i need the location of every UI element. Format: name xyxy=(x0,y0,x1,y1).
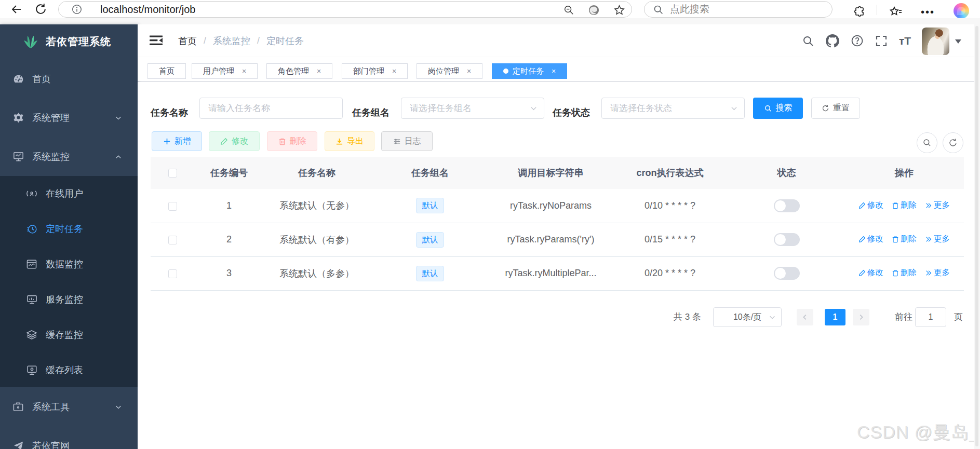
page-size-select[interactable]: 10条/页 xyxy=(713,307,782,327)
row-more-link[interactable]: 更多 xyxy=(925,267,950,278)
status-toggle[interactable] xyxy=(774,199,800,212)
sidebar-item-label: 定时任务 xyxy=(46,223,83,235)
sidebar-item-scheduled-jobs[interactable]: 定时任务 xyxy=(0,211,138,247)
sidebar-item-online-users[interactable]: 在线用户 xyxy=(0,176,138,211)
tab-role-mgmt[interactable]: 角色管理× xyxy=(266,63,332,79)
copilot-icon[interactable] xyxy=(954,3,969,19)
sidebar-item-label: 首页 xyxy=(32,73,51,85)
caret-down-icon xyxy=(955,39,962,44)
delete-button[interactable]: 删除 xyxy=(267,131,317,151)
row-more-link[interactable]: 更多 xyxy=(925,234,950,244)
sidebar-item-data-monitor[interactable]: 数据监控 xyxy=(0,247,138,282)
select-all-checkbox[interactable] xyxy=(168,169,177,178)
browser-address-bar[interactable]: localhost/monitor/job xyxy=(58,1,632,18)
sidebar-item-cache-monitor[interactable]: 缓存监控 xyxy=(0,317,138,352)
page-size-value: 10条/页 xyxy=(733,312,761,323)
avatar[interactable] xyxy=(922,28,949,55)
pagination-total: 共 3 条 xyxy=(674,307,701,327)
export-button[interactable]: 导出 xyxy=(325,131,374,151)
tab-dept-mgmt[interactable]: 部门管理× xyxy=(342,63,408,79)
fullscreen-icon[interactable] xyxy=(875,35,888,47)
tab-scheduled-jobs[interactable]: 定时任务× xyxy=(492,63,567,79)
row-delete-link[interactable]: 删除 xyxy=(892,234,917,244)
browser-back-icon[interactable] xyxy=(10,3,23,16)
table-row: 2 系统默认（有参） 默认 ryTask.ryParams('ry') 0/15… xyxy=(151,223,964,256)
favorites-bar-icon[interactable] xyxy=(889,6,903,18)
edit-button[interactable]: 修改 xyxy=(209,131,260,151)
scrollbar-thumb[interactable] xyxy=(975,26,978,446)
download-icon xyxy=(335,138,343,145)
dashboard-icon xyxy=(12,73,24,84)
browser-refresh-icon[interactable] xyxy=(34,3,47,16)
pencil-icon xyxy=(858,236,866,243)
row-checkbox[interactable] xyxy=(168,202,177,211)
sidebar-item-home[interactable]: 首页 xyxy=(0,59,138,98)
browser-menu-icon[interactable]: ••• xyxy=(921,6,935,18)
job-name-placeholder: 请输入任务名称 xyxy=(208,102,270,114)
export-button-label: 导出 xyxy=(347,136,364,147)
add-button[interactable]: 新增 xyxy=(152,131,202,151)
row-edit-link[interactable]: 修改 xyxy=(858,234,883,244)
sidebar-item-cache-list[interactable]: 缓存列表 xyxy=(0,352,138,388)
log-button[interactable]: 日志 xyxy=(381,131,433,151)
row-checkbox[interactable] xyxy=(168,236,177,244)
filter-group-label: 任务组名 xyxy=(352,102,390,124)
tab-label: 定时任务 xyxy=(513,66,544,76)
font-size-icon[interactable]: ᴛT xyxy=(899,35,911,47)
status-toggle[interactable] xyxy=(774,233,800,246)
site-info-icon[interactable] xyxy=(71,4,83,15)
favorite-star-icon[interactable] xyxy=(613,4,625,16)
sidebar-item-system-tools[interactable]: 系统工具 xyxy=(0,387,138,426)
job-group-select[interactable]: 请选择任务组名 xyxy=(401,98,544,119)
sidebar-item-label: 在线用户 xyxy=(46,187,83,200)
zoom-out-icon[interactable] xyxy=(563,4,574,16)
tab-close-icon[interactable]: × xyxy=(317,67,321,75)
col-job-id: 任务编号 xyxy=(194,157,264,189)
status-toggle[interactable] xyxy=(774,267,800,280)
sidebar-logo[interactable]: 若依管理系统 xyxy=(0,24,138,59)
job-name-input[interactable]: 请输入任务名称 xyxy=(199,98,343,119)
page-number-1[interactable]: 1 xyxy=(825,309,845,325)
next-page-button[interactable] xyxy=(853,309,869,325)
prev-page-button[interactable] xyxy=(797,309,813,325)
sidebar-item-service-monitor[interactable]: 服务监控 xyxy=(0,282,138,317)
tab-post-mgmt[interactable]: 岗位管理× xyxy=(417,63,482,79)
job-status-select[interactable]: 请选择任务状态 xyxy=(601,98,745,119)
trash-icon xyxy=(892,236,899,243)
tab-label: 部门管理 xyxy=(353,66,384,76)
sidebar-toggle-icon[interactable] xyxy=(150,35,163,46)
tab-close-icon[interactable]: × xyxy=(552,67,556,75)
edge-split-icon[interactable] xyxy=(588,4,600,16)
github-icon[interactable] xyxy=(826,34,839,48)
row-more-link[interactable]: 更多 xyxy=(925,200,950,211)
reset-button[interactable]: 重置 xyxy=(811,98,860,119)
row-delete-link[interactable]: 删除 xyxy=(892,200,917,211)
refresh-table-button[interactable] xyxy=(943,132,963,153)
extensions-icon[interactable] xyxy=(854,6,866,18)
sidebar-item-system-monitor[interactable]: 系统监控 xyxy=(0,137,138,176)
help-icon[interactable] xyxy=(851,34,864,47)
url-text[interactable]: localhost/monitor/job xyxy=(100,4,195,16)
row-delete-link[interactable]: 删除 xyxy=(892,267,917,278)
search-button[interactable]: 搜索 xyxy=(753,98,803,119)
tab-user-mgmt[interactable]: 用户管理× xyxy=(192,63,258,79)
table-header-row: 任务编号 任务名称 任务组名 调用目标字符串 cron执行表达式 状态 操作 xyxy=(151,157,964,189)
row-edit-link[interactable]: 修改 xyxy=(858,200,883,211)
sidebar-item-official-site[interactable]: 若依官网 xyxy=(0,426,138,449)
row-checkbox[interactable] xyxy=(168,269,177,278)
page-scrollbar[interactable] xyxy=(974,24,980,449)
row-edit-link[interactable]: 修改 xyxy=(858,267,883,278)
breadcrumb-home[interactable]: 首页 xyxy=(178,35,197,47)
show-search-toggle-button[interactable] xyxy=(917,132,937,153)
goto-page-input[interactable]: 1 xyxy=(915,307,946,327)
data-monitor-icon xyxy=(26,260,37,269)
sidebar-item-system-mgmt[interactable]: 系统管理 xyxy=(0,98,138,137)
tab-label: 用户管理 xyxy=(203,66,234,76)
tab-home[interactable]: 首页 xyxy=(147,63,186,79)
user-menu[interactable] xyxy=(922,28,962,55)
browser-search-box[interactable]: 点此搜索 xyxy=(644,1,833,18)
header-search-icon[interactable] xyxy=(802,35,814,47)
tab-close-icon[interactable]: × xyxy=(467,67,471,75)
tab-close-icon[interactable]: × xyxy=(392,67,396,75)
tab-close-icon[interactable]: × xyxy=(242,67,246,75)
